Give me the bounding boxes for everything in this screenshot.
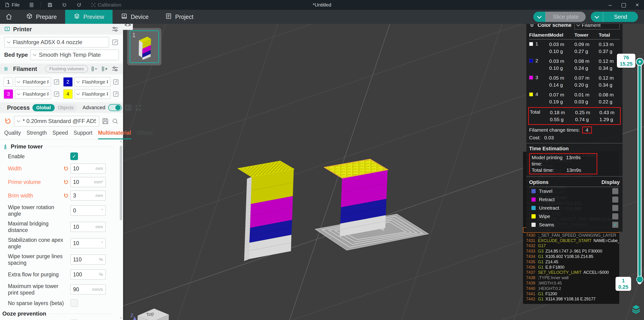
param-scrollbar[interactable]: ⌃ ⌄ xyxy=(119,140,122,319)
gcode-key: G17 xyxy=(538,244,546,248)
gcode-line[interactable]: 7435G1Z14.45 xyxy=(523,259,619,265)
tab-prepare[interactable]: Prepare xyxy=(18,10,65,24)
navigation-cube[interactable]: Top Front Right Z X xyxy=(127,304,178,320)
filament-edit-icon[interactable] xyxy=(112,78,119,85)
gcode-line[interactable]: 7436G1E.8 F1800 xyxy=(523,265,619,270)
gcode-line[interactable]: 7432G17 xyxy=(523,244,619,249)
option-row-unretract: Unretract xyxy=(529,204,620,212)
param-input[interactable]: 3mm xyxy=(70,190,106,201)
reset-value-icon[interactable] xyxy=(63,193,69,198)
maximize-button[interactable]: ▢ xyxy=(617,0,630,10)
filament-color-swatch[interactable]: 2 xyxy=(63,77,72,87)
printer-select[interactable]: Flashforge AD5X 0.4 nozzle xyxy=(4,37,109,48)
scope-objects[interactable]: Objects xyxy=(55,104,77,111)
menu-calibration[interactable]: Calibration xyxy=(86,0,126,10)
layer-slider-bottom-handle[interactable] xyxy=(636,276,643,283)
param-checkbox[interactable]: ✓ xyxy=(70,152,78,160)
param-list-icon[interactable] xyxy=(124,104,132,111)
preset-reset-icon[interactable] xyxy=(4,117,12,125)
gcode-line[interactable]: 7434G1X105.602 Y108.16 Z14.85 xyxy=(523,254,619,259)
preset-select[interactable]: * 0.20mm Standard @FF AD5X xyxy=(14,116,99,126)
save-button[interactable] xyxy=(43,0,57,10)
filament-edit-icon[interactable] xyxy=(53,91,60,98)
filament-edit-icon[interactable] xyxy=(112,91,119,98)
param-input[interactable]: 110% xyxy=(70,254,106,265)
process-tab-quality[interactable]: Quality xyxy=(4,130,21,139)
layer-view-button[interactable] xyxy=(630,303,642,314)
process-tab-multimaterial[interactable]: Multimaterial xyxy=(98,130,131,139)
undo-button[interactable] xyxy=(57,0,72,10)
filament-select-3[interactable]: Flashforge PLA B... xyxy=(15,89,51,99)
param-input[interactable]: 100% xyxy=(70,269,106,280)
process-tab-strength[interactable]: Strength xyxy=(26,130,47,139)
process-tab-others[interactable]: Others xyxy=(137,130,153,139)
process-scope-toggle[interactable]: Global Objects xyxy=(32,104,77,111)
option-display-checkbox[interactable] xyxy=(612,197,618,203)
filament-settings-icon[interactable] xyxy=(112,65,119,73)
scroll-up-icon[interactable]: ⌃ xyxy=(119,140,122,145)
printer-edit-icon[interactable] xyxy=(112,38,119,46)
redo-button[interactable] xyxy=(72,0,86,10)
gcode-line[interactable]: 7433G3Z14.85 I.747 J-.961 P1 F30000 xyxy=(523,249,619,254)
param-input[interactable]: 10° xyxy=(70,238,106,248)
flushing-volumes-button[interactable]: Flushing volumes xyxy=(45,65,88,73)
close-button[interactable]: × xyxy=(630,0,644,10)
filament-select-1[interactable]: Flashforge PLA B... xyxy=(15,77,51,87)
compare-presets-icon[interactable]: AB xyxy=(135,104,142,111)
preset-save-icon[interactable] xyxy=(102,117,109,125)
gcode-line[interactable]: 7440;HEIGHT:0.2 xyxy=(523,286,619,291)
gcode-line[interactable]: 7430;_SET_FAN_SPEED_CHANGING_LAYER xyxy=(523,233,619,238)
filament-color-swatch[interactable]: 1 xyxy=(4,77,13,87)
filament-color-swatch[interactable]: 3 xyxy=(4,89,13,99)
gcode-line[interactable]: 7437SET_VELOCITY_LIMITACCEL=5000 xyxy=(523,270,619,276)
layer-slider[interactable]: 76 15.25 + 1 0.25 xyxy=(636,59,644,284)
gcode-line[interactable]: 7438;TYPE:Inner wall xyxy=(523,275,619,281)
scroll-down-icon[interactable]: ⌄ xyxy=(119,315,122,319)
menu-file[interactable]: File xyxy=(0,0,24,10)
process-tab-speed[interactable]: Speed xyxy=(52,130,68,139)
printer-settings-icon[interactable] xyxy=(112,25,119,33)
advanced-toggle[interactable] xyxy=(108,104,122,111)
param-input[interactable]: 10mm xyxy=(70,163,106,174)
plate-thumbnail[interactable]: 1 xyxy=(127,28,161,65)
svg-text:A: A xyxy=(136,104,137,108)
list-icon xyxy=(165,13,172,21)
add-filament-icon[interactable] xyxy=(101,65,108,73)
tab-project[interactable]: Project xyxy=(157,10,202,24)
filament-select-2[interactable]: Flashforge PLA Basic xyxy=(74,77,111,87)
option-display-checkbox[interactable] xyxy=(612,213,618,219)
param-input[interactable]: 10mm xyxy=(70,222,106,232)
slice-plate-button[interactable]: Slice plate xyxy=(533,12,586,22)
option-display-checkbox[interactable] xyxy=(612,205,618,211)
scope-global[interactable]: Global xyxy=(32,104,54,111)
param-input[interactable]: 0° xyxy=(70,205,106,216)
option-display-checkbox[interactable]: ✓ xyxy=(612,222,618,228)
filament-edit-icon[interactable] xyxy=(53,78,60,85)
remove-filament-icon[interactable] xyxy=(91,65,98,73)
send-dropdown[interactable] xyxy=(591,12,603,22)
process-tab-support[interactable]: Support xyxy=(74,130,92,139)
slice-dropdown[interactable] xyxy=(533,12,546,22)
reset-value-icon[interactable] xyxy=(63,179,69,185)
send-button[interactable]: Send xyxy=(591,12,638,22)
filament-color-swatch[interactable]: 4 xyxy=(63,89,72,99)
tab-preview[interactable]: Preview xyxy=(65,10,112,24)
recent-files-button[interactable] xyxy=(24,0,39,10)
scrollbar-thumb[interactable] xyxy=(120,146,122,220)
filament-select-4[interactable]: Flashforge PLA Basic xyxy=(74,89,111,99)
gcode-line[interactable]: 7442G1X114.398 Y108.16 E.29177 xyxy=(523,297,619,302)
gcode-line[interactable]: 7439;WIDTH:0.45 xyxy=(523,281,619,286)
bed-type-select[interactable]: Smooth High Temp Plate xyxy=(30,49,119,60)
reset-value-icon[interactable] xyxy=(63,166,69,171)
param-input[interactable]: 90mm/s xyxy=(70,284,106,295)
param-input[interactable]: 10mm³ xyxy=(70,177,106,187)
preset-search-icon[interactable] xyxy=(112,117,119,125)
param-checkbox[interactable] xyxy=(70,299,78,307)
layer-slider-top-handle[interactable]: + xyxy=(636,58,644,66)
minimize-button[interactable]: – xyxy=(603,0,617,10)
option-display-checkbox[interactable] xyxy=(612,188,618,194)
tab-device[interactable]: Device xyxy=(112,10,157,24)
gcode-line[interactable]: 7431EXCLUDE_OBJECT_STARTNAME=Cube_id_0_c… xyxy=(523,238,619,244)
home-button[interactable] xyxy=(0,10,18,24)
gcode-line[interactable]: 7441G1F1200 xyxy=(523,291,619,297)
